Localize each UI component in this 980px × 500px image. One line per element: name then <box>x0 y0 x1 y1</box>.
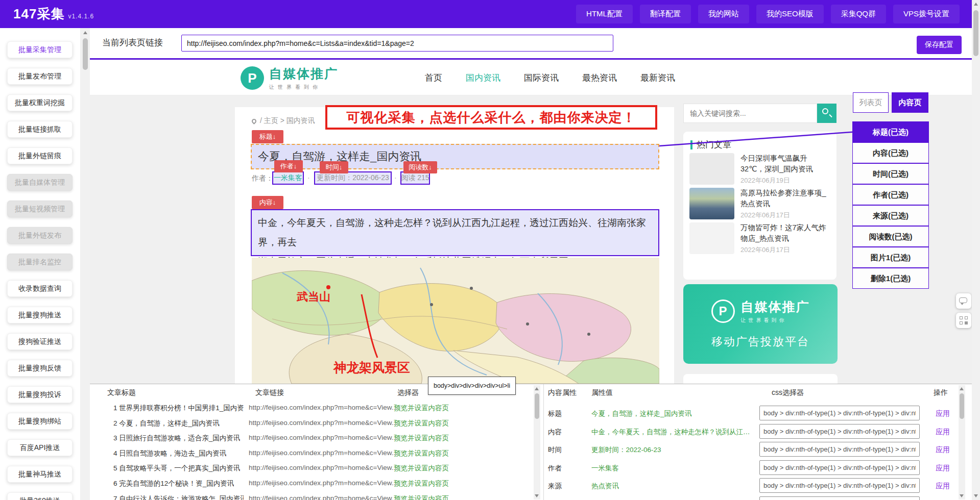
list-url-input[interactable] <box>181 35 613 52</box>
scrollbar-thumb[interactable] <box>960 393 964 419</box>
sidebar-item[interactable]: 批量采集管理 <box>7 41 73 58</box>
site-nav-item[interactable]: 最热资讯 <box>582 72 617 84</box>
map-label-wudangshan: 武当山 <box>296 290 330 303</box>
panel-field-button[interactable]: 阅读数(已选) <box>852 226 929 247</box>
sidebar-item[interactable]: 批量外链留痕 <box>7 147 73 164</box>
css-selector-input[interactable] <box>759 496 920 500</box>
author-selection[interactable]: 一米集客 <box>272 171 304 185</box>
site-header: P 自媒体推广 让世界看到你 首页国内资讯国际资讯最热资讯最新资讯 <box>90 60 980 95</box>
panel-field-button[interactable]: 标题(已选) <box>852 121 929 142</box>
preview-set-content-link[interactable]: 预览并设置内容页 <box>394 494 449 500</box>
site-search-button[interactable] <box>817 104 836 123</box>
window-scrollbar[interactable] <box>972 0 980 500</box>
css-selector-input[interactable] <box>759 460 920 475</box>
css-selector-input[interactable] <box>759 442 920 457</box>
preview-set-content-link[interactable]: 预览并设置内容页 <box>394 404 449 413</box>
topnav-item[interactable]: 我的SEO模版 <box>756 5 824 23</box>
apply-button[interactable]: 应用 <box>936 464 950 473</box>
topnav-item[interactable]: 我的网站 <box>698 5 749 23</box>
sidebar-item[interactable]: 搜狗验证推送 <box>7 333 73 350</box>
preview-set-content-link[interactable]: 预览并设置内容页 <box>394 449 449 458</box>
site-search-input[interactable] <box>683 104 817 123</box>
site-nav-item[interactable]: 国内资讯 <box>466 72 500 84</box>
hot-article[interactable]: 今日深圳事气温飙升32℃，深圳_国内资讯2022年06月19日 <box>689 153 830 185</box>
ad-banner[interactable]: P 自媒体推广 让世界看到你 移动广告投放平台 <box>683 284 838 364</box>
panel-field-button[interactable]: 时间(已选) <box>852 163 929 184</box>
article-title-selection[interactable]: 今夏，自驾游，这样走_国内资讯 <box>251 144 659 169</box>
hot-article[interactable]: 万物皆可炸！这7家人气炸物店_热点资讯2022年06月17日 <box>689 222 830 254</box>
scroll-down-icon[interactable] <box>974 494 978 497</box>
preview-set-content-link[interactable]: 预览并设置内容页 <box>394 479 449 488</box>
site-nav-item[interactable]: 最新资讯 <box>640 72 675 84</box>
sidebar-item[interactable]: 批量搜狗反馈 <box>7 360 73 377</box>
content-selection[interactable]: 中金，今年夏天，自驾游，这种走怎样？说到从江西九江起程，透过江西始兴、往湖南张家… <box>251 209 659 256</box>
attr-value-cell: 一米集客 <box>591 464 619 473</box>
sidebar-item[interactable]: 收录数据查询 <box>7 280 73 297</box>
apply-button[interactable]: 应用 <box>936 409 950 418</box>
panel-field-button[interactable]: 来源(已选) <box>852 205 929 226</box>
scroll-up-icon[interactable] <box>974 3 978 6</box>
hot-article[interactable]: 高原马拉松参赛注意事项_热点资讯2022年06月17日 <box>689 188 830 219</box>
tab-content-page[interactable]: 内容页 <box>892 92 928 113</box>
article-map-image[interactable]: 武当山 神龙架风景区 <box>252 258 659 384</box>
meta-separator: · <box>394 173 397 182</box>
scroll-up-icon[interactable] <box>83 31 87 34</box>
css-selector-input[interactable] <box>759 406 920 420</box>
sidebar-item[interactable]: 批量权重词挖掘 <box>7 94 73 111</box>
scrollbar-thumb[interactable] <box>83 38 88 70</box>
feedback-button[interactable] <box>956 293 971 309</box>
article-card: / 主页 > 国内资讯 标题↓ 今夏，自驾游，这样走_国内资讯 作者↓ 时间↓ … <box>235 107 674 384</box>
scroll-up-icon[interactable] <box>535 387 539 390</box>
col-attr-name: 内容属性 <box>548 388 577 397</box>
topnav-item[interactable]: 翻译配置 <box>640 5 691 23</box>
apply-button[interactable]: 应用 <box>936 428 950 437</box>
apply-button[interactable]: 应用 <box>936 482 950 491</box>
scroll-down-icon[interactable] <box>960 494 964 497</box>
css-selector-input[interactable] <box>759 478 920 493</box>
article-link-cell: http://feijiseo.com/index.php?m=home&c=V… <box>249 479 397 487</box>
sidebar-item[interactable]: 批量链接抓取 <box>7 121 73 138</box>
scroll-down-icon[interactable] <box>535 494 539 497</box>
panel-field-button[interactable]: 内容(已选) <box>852 142 929 163</box>
scroll-up-icon[interactable] <box>960 387 964 390</box>
sidebar-item[interactable]: 批量神马推送 <box>7 466 73 483</box>
sidebar-item[interactable]: 批量搜狗投诉 <box>7 386 73 403</box>
topnav-item[interactable]: HTML配置 <box>576 5 633 23</box>
preview-set-content-link[interactable]: 预览并设置内容页 <box>394 419 449 428</box>
list-table-scrollbar[interactable] <box>534 385 540 499</box>
qrcode-button[interactable] <box>956 313 971 328</box>
sidebar: 批量采集管理批量发布管理批量权重词挖掘批量链接抓取批量外链留痕批量自媒体管理批量… <box>0 28 81 500</box>
apply-button[interactable]: 应用 <box>936 445 950 455</box>
site-nav-item[interactable]: 国际资讯 <box>524 72 559 84</box>
panel-field-button[interactable]: 删除1(已选) <box>852 268 929 289</box>
panel-field-button[interactable]: 作者(已选) <box>852 184 929 205</box>
col-selector: 选择器 <box>397 388 419 397</box>
topnav-item[interactable]: VPS拨号设置 <box>893 5 960 23</box>
sidebar-item[interactable]: 批量搜狗绑站 <box>7 413 73 430</box>
tab-list-page[interactable]: 列表页 <box>853 92 889 113</box>
site-logo[interactable]: P 自媒体推广 让世界看到你 <box>241 65 338 91</box>
sidebar-item[interactable]: 批量360推送 <box>7 492 73 500</box>
tag-views[interactable]: 阅读数↓ <box>403 161 437 173</box>
main-left-scrollbar[interactable] <box>81 28 90 500</box>
sidebar-item[interactable]: 百度API推送 <box>7 439 73 456</box>
tag-title[interactable]: 标题↓ <box>252 130 283 143</box>
sidebar-item[interactable]: 批量发布管理 <box>7 68 73 85</box>
preview-set-content-link[interactable]: 预览并设置内容页 <box>394 464 449 473</box>
hot-articles-title: 热门文章 <box>697 139 731 151</box>
topnav-item[interactable]: 采集QQ群 <box>831 5 886 23</box>
ad-logo-icon: P <box>711 299 735 323</box>
scrollbar-thumb[interactable] <box>973 10 978 56</box>
preview-set-content-link[interactable]: 预览并设置内容页 <box>394 434 449 443</box>
panel-field-button[interactable]: 图片1(已选) <box>852 247 929 268</box>
save-config-button[interactable]: 保存配置 <box>917 36 962 54</box>
breadcrumb: / 主页 > 国内资讯 <box>252 116 315 126</box>
tag-content[interactable]: 内容↓ <box>252 196 283 209</box>
sidebar-item[interactable]: 批量搜狗推送 <box>7 307 73 323</box>
scrollbar-thumb[interactable] <box>535 393 539 419</box>
attr-table-scrollbar[interactable] <box>959 385 965 499</box>
css-selector-input[interactable] <box>759 424 920 439</box>
tag-time[interactable]: 时间↓ <box>320 161 348 173</box>
tag-author[interactable]: 作者↓ <box>274 160 303 172</box>
site-nav-item[interactable]: 首页 <box>425 72 442 84</box>
